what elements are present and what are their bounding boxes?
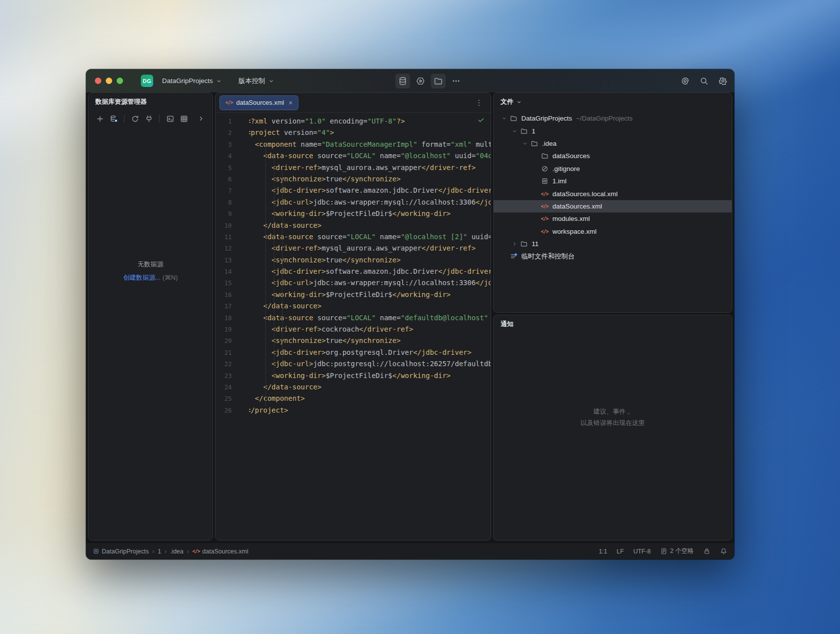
add-icon[interactable] (93, 112, 106, 125)
tree-item-.gitignore[interactable]: .gitignore (494, 163, 732, 175)
tree-item-11[interactable]: 11 (494, 238, 732, 250)
run-widget-icon[interactable] (413, 74, 428, 88)
tree-item-label: .idea (542, 140, 556, 147)
ai-assistant-icon[interactable] (678, 74, 693, 88)
tree-item-label: .gitignore (552, 165, 580, 172)
code-line[interactable]: <jdbc-url>jdbc:aws-wrapper:mysql://local… (249, 197, 491, 208)
tree-item-dataSources.xml[interactable]: </>dataSources.xml (494, 200, 732, 212)
code-line[interactable]: </data-source> (249, 381, 491, 393)
editor-gutter: 1234567891011121314151617181920212223242… (215, 116, 238, 540)
minimize-window-button[interactable] (106, 78, 112, 84)
code-line[interactable]: <synchronize>true</synchronize> (249, 254, 491, 266)
breadcrumb-item-DataGripProjects[interactable]: DataGripProjects (93, 548, 149, 555)
open-folder-icon[interactable] (431, 74, 446, 88)
tree-item-DataGripProjects[interactable]: DataGripProjects~/DataGripProjects (494, 112, 732, 125)
notifications-title: 通知 (494, 315, 732, 333)
toolbar-expand-icon[interactable] (195, 112, 208, 125)
tree-item-label: dataSources (552, 152, 590, 160)
tree-item-label: workspace.xml (552, 228, 596, 235)
query-console-icon[interactable] (164, 112, 176, 125)
code-line[interactable]: <working-dir>$ProjectFileDir$</working-d… (249, 208, 491, 219)
database-icon[interactable] (395, 74, 410, 88)
create-data-source-link[interactable]: 创建数据源... (123, 274, 161, 281)
code-line[interactable]: </component> (249, 393, 491, 404)
line-number: 11 (215, 231, 232, 243)
breadcrumb-item-.idea[interactable]: .idea (170, 548, 183, 555)
vcs-widget[interactable]: 版本控制 (236, 75, 277, 87)
traffic-lights (95, 78, 123, 84)
chevron-down-icon[interactable] (520, 141, 530, 146)
caret-position-widget[interactable]: 1:1 (599, 548, 607, 555)
code-line[interactable]: <jdbc-url>jdbc:aws-wrapper:mysql://local… (249, 277, 491, 289)
gitignore-icon (540, 165, 549, 172)
tree-item-dataSources[interactable]: dataSources (494, 150, 732, 162)
bell-icon[interactable] (720, 548, 727, 555)
chevron-down-icon[interactable] (516, 99, 522, 105)
titlebar-right-actions (678, 69, 730, 92)
code-line[interactable]: <driver-ref>mysql_aurora.aws_wrapper</dr… (249, 243, 491, 254)
lock-icon[interactable] (703, 548, 711, 555)
project-widget[interactable]: DataGripProjects (159, 75, 225, 86)
tree-item-dataSources.local.xml[interactable]: </>dataSources.local.xml (494, 187, 732, 200)
code-line[interactable]: <driver-ref>cockroach</driver-ref> (249, 324, 491, 335)
close-window-button[interactable] (95, 78, 101, 84)
code-line[interactable]: </data-source> (249, 220, 491, 231)
chevron-down-icon[interactable] (510, 128, 519, 134)
data-source-properties-icon[interactable] (107, 112, 120, 125)
folder-icon (519, 240, 528, 248)
search-icon[interactable] (697, 74, 712, 88)
table-icon[interactable] (177, 112, 190, 125)
tree-item-1.iml[interactable]: 1.iml (494, 175, 732, 187)
refresh-icon[interactable] (128, 112, 141, 125)
inspections-check-icon[interactable] (477, 116, 485, 126)
line-number: 21 (215, 347, 232, 358)
breadcrumb-item-1[interactable]: 1 (158, 548, 161, 555)
code-line[interactable]: <?xml version="1.0" encoding="UTF-8"?> (249, 116, 491, 127)
tree-item-.idea[interactable]: .idea (494, 137, 732, 150)
code-line[interactable]: <synchronize>true</synchronize> (249, 335, 491, 346)
code-area[interactable]: <?xml version="1.0" encoding="UTF-8"?><p… (249, 116, 491, 540)
code-line[interactable]: <jdbc-driver>org.postgresql.Driver</jdbc… (249, 347, 491, 358)
tab-label: dataSources.xml (236, 99, 284, 106)
code-line[interactable]: <driver-ref>mysql_aurora.aws_wrapper</dr… (249, 162, 491, 173)
code-line[interactable]: <data-source source="LOCAL" name="@local… (249, 231, 491, 243)
main-area: 数据库资源管理器 无数据源 创建数据源... (⌘N) </> dataSour… (86, 92, 734, 543)
code-line[interactable]: <jdbc-driver>software.amazon.jdbc.Driver… (249, 266, 491, 277)
tab-datasources-xml[interactable]: </> dataSources.xml × (219, 95, 298, 110)
kebab-menu-icon[interactable]: ⋮ (471, 98, 487, 107)
editor-body[interactable]: 1234567891011121314151617181920212223242… (215, 113, 491, 540)
code-line[interactable]: <working-dir>$ProjectFileDir$</working-d… (249, 370, 491, 381)
code-line[interactable]: <working-dir>$ProjectFileDir$</working-d… (249, 289, 491, 300)
more-icon[interactable] (449, 74, 463, 88)
notifications-empty-line2: 以及错误将出现在这里 (581, 417, 645, 428)
zoom-window-button[interactable] (117, 78, 123, 84)
indent-widget[interactable]: 2 个空格 (660, 547, 694, 555)
encoding-widget[interactable]: UTF-8 (633, 548, 651, 555)
notifications-empty-text: 建议、事件， 以及错误将出现在这里 (494, 333, 732, 540)
code-line[interactable]: <data-source source="LOCAL" name="defaul… (249, 312, 491, 324)
code-line[interactable]: <jdbc-url>jdbc:postgresql://localhost:26… (249, 358, 491, 370)
tree-item-1[interactable]: 1 (494, 125, 732, 137)
desktop-wallpaper: DG DataGripProjects 版本控制 数据库资源管理器 无数据源 (0, 0, 840, 634)
code-line[interactable]: <component name="DataSourceManagerImpl" … (249, 139, 491, 150)
line-number: 7 (215, 185, 232, 196)
tree-item-modules.xml[interactable]: </>modules.xml (494, 212, 732, 225)
code-line[interactable]: </data-source> (249, 300, 491, 312)
chevron-right-icon[interactable] (510, 241, 519, 247)
code-line[interactable]: <data-source source="LOCAL" name="@local… (249, 150, 491, 162)
chevron-down-icon[interactable] (500, 116, 509, 121)
code-line[interactable]: <jdbc-driver>software.amazon.jdbc.Driver… (249, 185, 491, 196)
breadcrumb-item-dataSources.xml[interactable]: </>dataSources.xml (192, 548, 248, 555)
database-explorer-panel: 数据库资源管理器 无数据源 创建数据源... (⌘N) (88, 92, 213, 541)
disconnect-icon[interactable] (142, 112, 155, 125)
tree-item-临时文件和控制台[interactable]: 临时文件和控制台 (494, 250, 732, 262)
breadcrumb-label: dataSources.xml (202, 548, 248, 555)
code-line[interactable]: <project version="4"> (249, 127, 491, 138)
code-line[interactable]: </project> (249, 405, 491, 416)
code-line[interactable]: <synchronize>true</synchronize> (249, 173, 491, 185)
settings-icon[interactable] (715, 74, 730, 88)
line-number: 8 (215, 197, 232, 208)
close-icon[interactable]: × (289, 99, 293, 106)
line-ending-widget[interactable]: LF (617, 548, 624, 555)
tree-item-workspace.xml[interactable]: </>workspace.xml (494, 225, 732, 238)
